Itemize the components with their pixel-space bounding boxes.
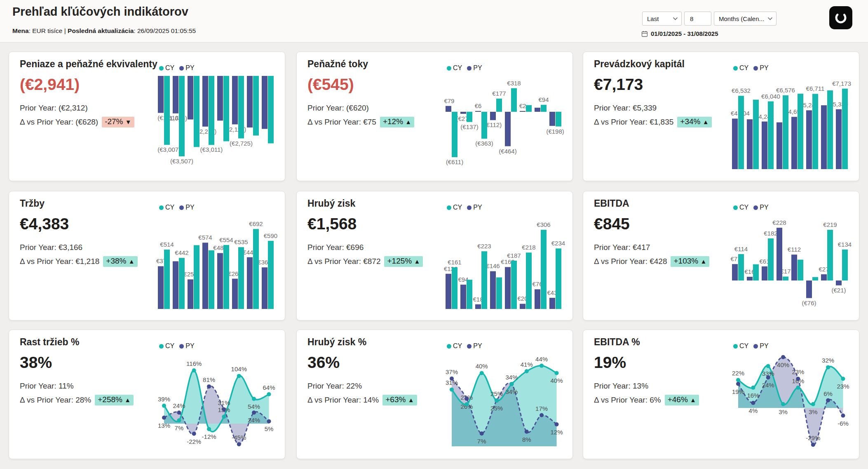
cy-py-area-chart[interactable]: 37%26%7%25%34%8%17%12%31%23%40%25%34%41%… (444, 351, 565, 458)
chart-legend: CYPY (159, 204, 195, 211)
svg-text:€182: €182 (764, 230, 777, 237)
svg-text:(€3,011): (€3,011) (200, 146, 223, 153)
delta-chip: +12% ▲ (380, 117, 414, 127)
svg-text:(€76): (€76) (802, 299, 816, 306)
cy-legend-dot (447, 344, 451, 349)
cy-py-bar-chart[interactable]: €370€256€574€484€262€448€360€514€442€554… (157, 213, 277, 319)
cy-legend-dot (159, 66, 164, 71)
svg-text:-22%: -22% (187, 438, 201, 445)
svg-text:39%: 39% (158, 396, 170, 403)
currency-value: : EUR tisíce | (29, 27, 68, 34)
page-header: Prehľad kľúčových indikátorov Mena: EUR … (0, 0, 868, 42)
svg-text:116%: 116% (186, 360, 202, 367)
svg-text:€574: €574 (198, 234, 212, 241)
svg-text:€590: €590 (264, 232, 277, 239)
period-type-dropdown[interactable]: Months (Calen... (714, 12, 777, 26)
svg-text:54%: 54% (248, 403, 260, 410)
triangle-up-icon: ▲ (703, 118, 709, 125)
cy-legend-label: CY (165, 342, 174, 350)
delta-chip: -27% ▼ (102, 117, 134, 127)
delta-label: Δ vs Prior Year: (€628) (20, 118, 98, 127)
cy-legend-dot (733, 344, 738, 349)
svg-text:8%: 8% (522, 436, 531, 443)
py-legend-dot (179, 205, 184, 210)
svg-text:(€21): (€21) (831, 287, 846, 294)
cy-py-area-chart[interactable]: 13%24%-22%81%31%-45%24%5%39%7%116%-12%15… (157, 351, 277, 458)
svg-text:€234: €234 (551, 240, 565, 247)
triangle-up-icon: ▲ (414, 258, 420, 265)
delta-chip: +103% ▲ (671, 256, 709, 267)
delta-chip-text: +46% (668, 395, 690, 404)
chart-legend: CYPY (447, 64, 482, 72)
date-range-text: 01/01/2025 - 31/08/2025 (651, 30, 718, 37)
svg-text:€318: €318 (507, 80, 521, 87)
cy-py-bar-chart[interactable]: (€1,613)(€1,635)(€2,211)(€2,114)(€3,007)… (157, 73, 277, 180)
calendar-icon (641, 31, 648, 37)
svg-text:€7,173: €7,173 (832, 80, 851, 87)
cy-py-bar-chart[interactable]: €79(€27)€6(€112)(€464)€2(€611)(€137)(€36… (444, 73, 565, 180)
cy-py-bar-chart[interactable]: €136€94€18€146€162€20€76€43€161€223€187€… (444, 213, 565, 319)
svg-text:€218: €218 (522, 244, 535, 251)
cy-py-area-chart[interactable]: 19%4%24%40%23%-29%6%-6%22%16%33%3%16%3%3… (731, 351, 851, 458)
py-legend-dot (467, 205, 472, 210)
py-legend-dot (753, 344, 758, 349)
last-update-label: Posledná aktualizácia (68, 27, 134, 34)
svg-text:€2: €2 (519, 102, 526, 109)
page-subtitle: Mena: EUR tisíce | Posledná aktualizácia… (12, 27, 196, 35)
cy-legend-dot (159, 205, 164, 210)
card-title: Peňažné toky (307, 59, 572, 70)
cy-py-bar-chart[interactable]: €4,504€4,241€4,657€5,241€5,339€6,532€6,0… (731, 73, 851, 180)
chart-legend: CYPY (447, 204, 482, 211)
py-legend-dot (467, 66, 472, 71)
py-legend-dot (179, 344, 184, 349)
svg-text:32%: 32% (822, 357, 834, 364)
py-legend-dot (179, 66, 184, 71)
svg-text:€514: €514 (160, 241, 174, 248)
py-legend-label: PY (760, 342, 768, 350)
delta-chip: +125% ▲ (384, 256, 423, 267)
range-count-input[interactable] (689, 15, 707, 23)
svg-text:€177: €177 (492, 90, 506, 97)
svg-text:44%: 44% (535, 356, 548, 363)
svg-text:(€611): (€611) (446, 158, 463, 165)
svg-text:7%: 7% (477, 438, 486, 445)
chart-legend: CYPY (733, 64, 769, 72)
svg-text:3%: 3% (779, 408, 788, 415)
kpi-card-2: Peňažné toky(€545)Prior Year: (€620)Δ vs… (296, 52, 573, 181)
kpi-card-4: Tržby€4,383Prior Year: €3,166Δ vs Prior … (9, 191, 285, 321)
triangle-up-icon: ▲ (700, 258, 706, 265)
py-legend-label: PY (473, 342, 482, 350)
svg-text:13%: 13% (158, 422, 170, 429)
cy-legend-label: CY (453, 204, 462, 211)
cy-py-bar-chart[interactable]: €71€16€61€228€112(€76)€27(€21)€114€182€1… (731, 213, 851, 319)
svg-text:€6,040: €6,040 (761, 93, 780, 100)
card-title: EBITDA % (594, 337, 859, 348)
svg-text:€6: €6 (475, 102, 482, 109)
cy-legend-label: CY (453, 64, 462, 72)
delta-chip: +34% ▲ (677, 117, 711, 127)
cy-legend-dot (159, 344, 164, 349)
range-count-field[interactable] (684, 12, 711, 26)
svg-text:€692: €692 (249, 220, 263, 227)
refresh-logo-button[interactable] (829, 6, 852, 29)
svg-text:€6,576: €6,576 (776, 87, 795, 94)
svg-text:(€464): (€464) (499, 148, 516, 155)
delta-label: Δ vs Prior Year: 6% (594, 396, 661, 405)
chevron-down-icon (673, 17, 678, 21)
svg-text:€94: €94 (538, 96, 549, 103)
card-title: Rast tržieb % (20, 337, 285, 348)
py-legend-label: PY (185, 342, 194, 350)
kpi-card-5: Hrubý zisk€1,568Prior Year: €696Δ vs Pri… (296, 191, 573, 321)
triangle-up-icon: ▲ (408, 396, 414, 403)
svg-text:€554: €554 (219, 236, 233, 243)
delta-chip: +258% ▲ (95, 395, 134, 405)
relative-range-dropdown[interactable]: Last (642, 12, 682, 26)
card-title: Hrubý zisk (307, 198, 572, 209)
svg-text:24%: 24% (762, 382, 774, 389)
svg-text:23%: 23% (837, 383, 849, 390)
py-legend-label: PY (185, 204, 194, 211)
svg-text:40%: 40% (476, 363, 488, 370)
svg-text:-45%: -45% (232, 434, 246, 441)
spinner-arc-icon (833, 10, 848, 25)
chart-legend: CYPY (447, 342, 482, 350)
